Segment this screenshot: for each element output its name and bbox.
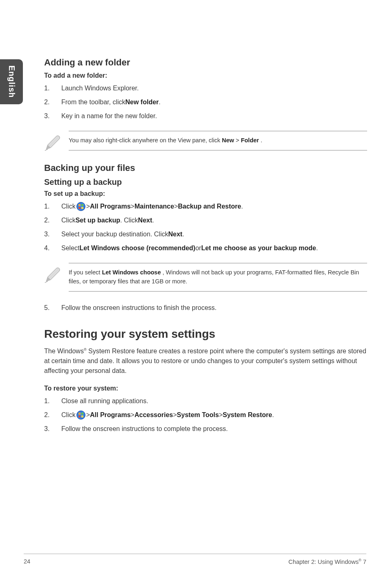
list-item: 3. Key in a name for the new folder. xyxy=(44,111,367,121)
text-fragment: > xyxy=(173,410,177,420)
note-block: You may also right-click anywhere on the… xyxy=(44,131,367,151)
text-fragment: > xyxy=(86,202,90,211)
step-text: Close all running applications. xyxy=(61,396,367,406)
text-fragment: From the toolbar, click xyxy=(61,97,126,107)
step-number: 1. xyxy=(44,83,61,93)
restore-paragraph: The Windows® System Restore feature crea… xyxy=(44,346,367,376)
bold-text: System Tools xyxy=(177,410,219,420)
list-item: 3. Follow the onscreen instructions to c… xyxy=(44,424,367,434)
step-text: Click Set up backup . Click Next . xyxy=(61,215,367,225)
list-item: 2. From the toolbar, click New folder . xyxy=(44,97,367,107)
note-text: If you select Let Windows choose , Windo… xyxy=(69,263,367,292)
text-fragment: . xyxy=(260,137,262,144)
text-fragment: or xyxy=(195,243,201,253)
step-number: 1. xyxy=(44,202,61,211)
list-restore: 1. Close all running applications. 2. Cl… xyxy=(44,396,367,434)
text-fragment: . xyxy=(272,410,274,420)
bold-text: Folder xyxy=(241,137,259,144)
text-fragment: You may also right-click anywhere on the… xyxy=(69,137,222,144)
note-block: If you select Let Windows choose , Windo… xyxy=(44,263,367,292)
step-number: 3. xyxy=(44,111,61,121)
text-fragment: > xyxy=(219,410,222,420)
text-fragment: > xyxy=(131,202,134,211)
subheading-restore: To restore your system: xyxy=(44,385,367,392)
step-number: 2. xyxy=(44,410,61,420)
text-fragment: . xyxy=(159,97,160,107)
step-number: 5. xyxy=(44,303,61,313)
step-text: Click > All Programs > Accessories > Sys… xyxy=(61,410,367,420)
language-tab: English xyxy=(0,59,23,104)
list-item: 5. Follow the onscreen instructions to f… xyxy=(44,303,367,313)
list-item: 1. Launch Windows Explorer. xyxy=(44,83,367,93)
subheading-backup-b: To set up a backup: xyxy=(44,190,367,197)
bold-text: Next xyxy=(168,229,182,239)
text-fragment: . Click xyxy=(120,215,138,225)
text-fragment: The Windows xyxy=(44,348,84,355)
page-number: 24 xyxy=(24,558,30,565)
step-text: Select Let Windows choose (recommended) … xyxy=(61,243,367,253)
page-footer: 24 Chapter 2: Using Windows® 7 xyxy=(24,554,366,565)
text-fragment: > xyxy=(174,202,178,211)
step-number: 4. xyxy=(44,243,61,253)
bold-text: Maintenance xyxy=(134,202,174,211)
text-fragment: > xyxy=(86,410,90,420)
bold-text: Next xyxy=(138,215,152,225)
list-backup: 1. Click > All Programs > Maintenance > … xyxy=(44,202,367,253)
text-fragment: Select your backup destination. Click xyxy=(61,229,168,239)
step-number: 3. xyxy=(44,229,61,239)
text-fragment: > xyxy=(131,410,134,420)
page-content: Adding a new folder To add a new folder:… xyxy=(44,57,367,444)
text-fragment: > xyxy=(236,137,241,144)
windows-start-icon xyxy=(76,202,85,211)
step-number: 1. xyxy=(44,396,61,406)
bold-text: New folder xyxy=(126,97,159,107)
step-text: Click > All Programs > Maintenance > Bac… xyxy=(61,202,367,211)
text-fragment: . xyxy=(182,229,184,239)
text-fragment: . xyxy=(152,215,154,225)
bold-text: Set up backup xyxy=(76,215,120,225)
registered-mark: ® xyxy=(84,347,87,351)
bold-text: All Programs xyxy=(90,202,131,211)
text-fragment: If you select xyxy=(69,269,102,276)
bold-text: Let Windows choose xyxy=(102,269,161,276)
list-backup-cont: 5. Follow the onscreen instructions to f… xyxy=(44,303,367,313)
text-fragment: . xyxy=(241,202,243,211)
list-item: 1. Click > All Programs > Maintenance > … xyxy=(44,202,367,211)
bold-text: Accessories xyxy=(134,410,173,420)
list-item: 4. Select Let Windows choose (recommende… xyxy=(44,243,367,253)
step-text: Follow the onscreen instructions to comp… xyxy=(61,424,367,434)
note-text: You may also right-click anywhere on the… xyxy=(69,131,367,150)
bold-text: New xyxy=(222,137,234,144)
text-fragment: System Restore feature creates a restore… xyxy=(44,348,366,374)
step-number: 3. xyxy=(44,424,61,434)
text-fragment: 7 xyxy=(361,559,366,565)
language-tab-text: English xyxy=(7,65,16,98)
text-fragment: . xyxy=(316,243,318,253)
step-number: 2. xyxy=(44,215,61,225)
step-text: Select your backup destination. Click Ne… xyxy=(61,229,367,239)
step-text: Launch Windows Explorer. xyxy=(61,83,367,93)
text-fragment: Click xyxy=(61,410,76,420)
heading-restore: Restoring your system settings xyxy=(44,328,367,341)
bold-text: System Restore xyxy=(223,410,272,420)
bold-text: Backup and Restore xyxy=(178,202,241,211)
step-text: From the toolbar, click New folder . xyxy=(61,97,367,107)
windows-start-icon xyxy=(76,411,85,420)
step-number: 2. xyxy=(44,97,61,107)
text-fragment: Select xyxy=(61,243,79,253)
list-item: 2. Click Set up backup . Click Next . xyxy=(44,215,367,225)
pencil-icon xyxy=(44,131,69,151)
chapter-label: Chapter 2: Using Windows® 7 xyxy=(289,558,366,565)
registered-mark: ® xyxy=(359,558,361,562)
list-add-folder: 1. Launch Windows Explorer. 2. From the … xyxy=(44,83,367,121)
heading-backup: Backing up your files xyxy=(44,163,367,173)
step-text: Key in a name for the new folder. xyxy=(61,111,367,121)
text-fragment: Chapter 2: Using Windows xyxy=(289,559,359,565)
step-text: Follow the onscreen instructions to fini… xyxy=(61,303,367,313)
bold-text: Let me choose as your backup mode xyxy=(201,243,316,253)
subheading-add-folder: To add a new folder: xyxy=(44,72,367,79)
pencil-icon xyxy=(44,263,69,283)
subheading-backup-a: Setting up a backup xyxy=(44,177,367,187)
list-item: 1. Close all running applications. xyxy=(44,396,367,406)
text-fragment: Click xyxy=(61,202,76,211)
